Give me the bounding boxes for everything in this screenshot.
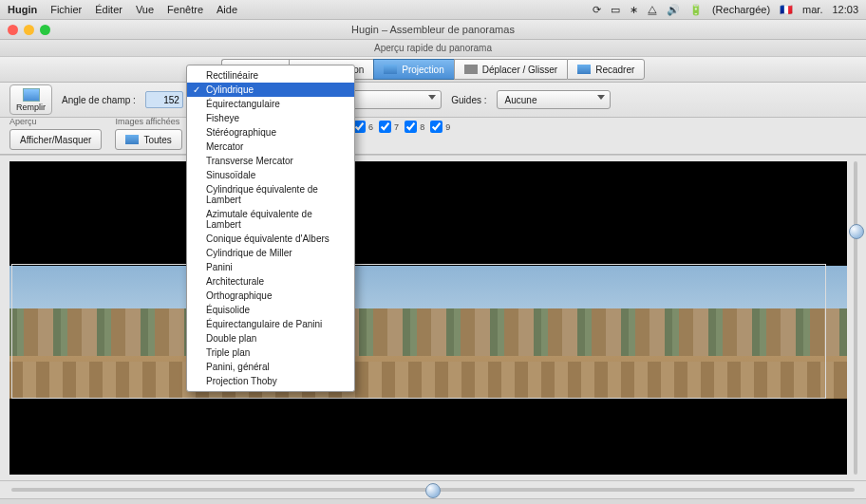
battery-status: (Rechargée) bbox=[712, 4, 770, 15]
horizontal-fov-slider[interactable] bbox=[0, 481, 866, 498]
vertical-fov-slider[interactable] bbox=[849, 161, 862, 475]
image-toggle-6[interactable]: 6 bbox=[353, 121, 373, 133]
projection-option[interactable]: Panini bbox=[187, 260, 354, 274]
projection-option[interactable]: Panini, général bbox=[187, 360, 354, 374]
display-icon[interactable]: ▭ bbox=[611, 4, 620, 16]
move-icon bbox=[464, 65, 478, 74]
close-icon[interactable] bbox=[8, 25, 18, 35]
sync-icon[interactable]: ⟳ bbox=[593, 4, 601, 16]
projection-dropdown[interactable]: RectilinéaireCylindriqueÉquirectangulair… bbox=[186, 65, 355, 392]
volume-icon[interactable]: 🔊 bbox=[667, 4, 680, 16]
image-checkbox[interactable] bbox=[379, 121, 391, 133]
projection-option[interactable]: Sinusoïdale bbox=[187, 168, 354, 182]
projection-option[interactable]: Mercator bbox=[187, 140, 354, 154]
fill-button[interactable]: Remplir bbox=[9, 84, 52, 115]
projection-option[interactable]: Cylindrique de Miller bbox=[187, 246, 354, 260]
system-menubar: Hugin Fichier Éditer Vue Fenêtre Aide ⟳ … bbox=[0, 0, 866, 20]
projection-option[interactable]: Équirectangulaire de Panini bbox=[187, 317, 354, 331]
status-bar: 152,0 × 34,0 bbox=[0, 498, 866, 504]
mode-tabbar: Aperçu Disposition Projection Déplacer /… bbox=[0, 57, 866, 83]
guides-select-value: Aucune bbox=[505, 95, 537, 105]
clock-day: mar. bbox=[802, 4, 822, 15]
tab-projection[interactable]: Projection bbox=[373, 59, 453, 80]
crop-icon bbox=[577, 65, 591, 74]
projection-option[interactable]: Rectilinéaire bbox=[187, 68, 354, 83]
image-checkbox[interactable] bbox=[430, 121, 442, 133]
projection-option[interactable]: Cylindrique bbox=[187, 83, 354, 97]
menubar-right: ⟳ ▭ ∗ ⧋ 🔊 🔋 (Rechargée) 🇫🇷 mar. 12:03 bbox=[593, 4, 858, 16]
minimize-icon[interactable] bbox=[24, 25, 34, 35]
projection-option[interactable]: Équirectangulaire bbox=[187, 97, 354, 111]
show-hide-label: Afficher/Masquer bbox=[20, 135, 91, 145]
window-subtitle-bar: Aperçu rapide du panorama bbox=[0, 40, 866, 57]
guides-label: Guides : bbox=[451, 95, 486, 105]
all-label: Toutes bbox=[143, 135, 171, 145]
projection-option[interactable]: Projection Thoby bbox=[187, 374, 354, 388]
projection-option[interactable]: Azimutale équivalente de Lambert bbox=[187, 207, 354, 232]
projection-toolbar: Remplir Angle de champ : × Cylindrique G… bbox=[0, 83, 866, 118]
tab-move-label: Déplacer / Glisser bbox=[482, 65, 557, 75]
menu-help[interactable]: Aide bbox=[216, 4, 237, 15]
menu-window[interactable]: Fenêtre bbox=[167, 4, 203, 15]
app-name[interactable]: Hugin bbox=[8, 4, 37, 15]
show-hide-button[interactable]: Afficher/Masquer bbox=[9, 129, 102, 150]
window-controls bbox=[8, 25, 50, 35]
tab-move[interactable]: Déplacer / Glisser bbox=[454, 59, 567, 80]
image-toggle-9[interactable]: 9 bbox=[430, 121, 450, 133]
apercu-group-label: Aperçu bbox=[9, 117, 102, 126]
projection-option[interactable]: Équisolide bbox=[187, 303, 354, 317]
image-checkbox[interactable] bbox=[353, 121, 366, 133]
tab-crop-label: Recadrer bbox=[595, 65, 634, 75]
clock-time: 12:03 bbox=[832, 4, 858, 15]
fill-icon bbox=[23, 88, 40, 102]
window-titlebar: Hugin – Assembleur de panoramas bbox=[0, 20, 866, 40]
projection-option[interactable]: Architecturale bbox=[187, 274, 354, 289]
image-index-label: 9 bbox=[445, 122, 450, 132]
image-toggle-7[interactable]: 7 bbox=[379, 121, 399, 133]
tab-projection-label: Projection bbox=[402, 65, 443, 75]
projection-option[interactable]: Double plan bbox=[187, 331, 354, 345]
image-index-label: 6 bbox=[368, 122, 373, 132]
menu-view[interactable]: Vue bbox=[136, 4, 154, 15]
image-index-label: 8 bbox=[420, 122, 424, 132]
fov-label: Angle de champ : bbox=[62, 95, 136, 105]
menu-edit[interactable]: Éditer bbox=[95, 4, 122, 15]
wifi-icon[interactable]: ⧋ bbox=[648, 4, 657, 16]
projection-option[interactable]: Stéréographique bbox=[187, 125, 354, 140]
image-checkbox[interactable] bbox=[405, 121, 417, 133]
bluetooth-icon[interactable]: ∗ bbox=[630, 4, 638, 16]
image-index-label: 7 bbox=[394, 122, 399, 132]
projection-option[interactable]: Cylindrique équivalente de Lambert bbox=[187, 182, 354, 207]
projection-option[interactable]: Triple plan bbox=[187, 345, 354, 360]
tab-crop[interactable]: Recadrer bbox=[567, 59, 645, 80]
fov-horizontal-input[interactable] bbox=[145, 91, 183, 108]
projection-option[interactable]: Orthographique bbox=[187, 289, 354, 303]
horizontal-slider-thumb[interactable] bbox=[425, 483, 441, 498]
panorama-canvas[interactable] bbox=[9, 161, 847, 475]
window-subtitle: Aperçu rapide du panorama bbox=[374, 43, 492, 53]
fill-label: Remplir bbox=[16, 103, 46, 112]
image-toggle-8[interactable]: 8 bbox=[405, 121, 424, 133]
projection-option[interactable]: Transverse Mercator bbox=[187, 154, 354, 168]
menu-file[interactable]: Fichier bbox=[50, 4, 82, 15]
all-icon bbox=[125, 135, 139, 144]
projection-icon bbox=[384, 65, 397, 74]
projection-option[interactable]: Fisheye bbox=[187, 111, 354, 125]
flag-icon[interactable]: 🇫🇷 bbox=[780, 4, 793, 16]
vertical-slider-thumb[interactable] bbox=[849, 224, 864, 239]
window-title: Hugin – Assembleur de panoramas bbox=[351, 24, 515, 35]
crop-selection[interactable] bbox=[11, 264, 826, 399]
all-images-button[interactable]: Toutes bbox=[115, 129, 181, 150]
panorama-canvas-area bbox=[0, 155, 866, 481]
battery-icon[interactable]: 🔋 bbox=[689, 4, 703, 16]
projection-option[interactable]: Conique équivalente d'Albers bbox=[187, 232, 354, 246]
guides-select[interactable]: Aucune bbox=[497, 90, 611, 109]
zoom-icon[interactable] bbox=[40, 25, 50, 35]
